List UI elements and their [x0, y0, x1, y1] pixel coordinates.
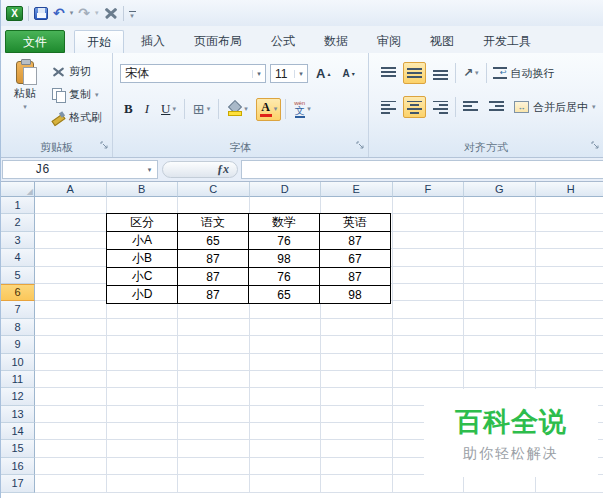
cell-D10[interactable]	[250, 354, 322, 371]
cell-C9[interactable]	[178, 336, 250, 353]
bold-button[interactable]: B	[120, 97, 137, 121]
cell-A11[interactable]	[35, 371, 107, 388]
column-header-B[interactable]: B	[107, 182, 179, 197]
column-header-F[interactable]: F	[393, 182, 465, 197]
cell-D1[interactable]	[250, 197, 322, 214]
table-cell[interactable]: 小A	[107, 232, 178, 250]
cell-D8[interactable]	[250, 319, 322, 336]
cell-G17[interactable]	[464, 475, 536, 492]
cell-B12[interactable]	[107, 388, 179, 405]
font-name-combo[interactable]: 宋体 ▾	[120, 64, 266, 83]
cell-E13[interactable]	[321, 406, 393, 423]
cell-A8[interactable]	[35, 319, 107, 336]
cell-H17[interactable]	[536, 475, 603, 492]
top-align-button[interactable]	[377, 62, 400, 84]
cell-E16[interactable]	[321, 458, 393, 475]
cell-D17[interactable]	[250, 475, 322, 492]
cell-C12[interactable]	[178, 388, 250, 405]
redo-dropdown-icon[interactable]: ▾	[95, 9, 99, 17]
tab-数据[interactable]: 数据	[312, 30, 360, 53]
decrease-indent-button[interactable]	[459, 96, 482, 118]
cell-C13[interactable]	[178, 406, 250, 423]
increase-indent-button[interactable]	[485, 96, 508, 118]
cell-D12[interactable]	[250, 388, 322, 405]
cell-A16[interactable]	[35, 458, 107, 475]
cell-H1[interactable]	[536, 197, 603, 214]
row-header-1[interactable]: 1	[1, 197, 35, 214]
cell-G5[interactable]	[464, 267, 536, 284]
undo-icon[interactable]: ↶	[53, 6, 65, 20]
table-cell[interactable]: 87	[178, 286, 249, 304]
cell-F17[interactable]	[393, 475, 465, 492]
table-cell[interactable]: 87	[178, 268, 249, 286]
merge-center-button[interactable]: ↔ 合并后居中 ▾	[511, 98, 599, 117]
column-header-A[interactable]: A	[35, 182, 107, 197]
borders-button[interactable]: ⊞ ▾	[189, 98, 214, 120]
font-name-dropdown-icon[interactable]: ▾	[252, 70, 265, 78]
row-header-9[interactable]: 9	[1, 336, 35, 353]
save-icon[interactable]	[34, 7, 48, 20]
fill-color-button[interactable]: ▾	[223, 98, 252, 120]
table-cell[interactable]: 小C	[107, 268, 178, 286]
table-cell[interactable]: 87	[320, 232, 391, 250]
copy-button[interactable]: 复制 ▾	[52, 85, 102, 104]
orientation-dropdown-icon[interactable]: ▾	[475, 69, 479, 77]
table-cell[interactable]: 98	[320, 286, 391, 304]
paste-dropdown-icon[interactable]: ▾	[23, 103, 27, 111]
fx-icon[interactable]: ƒx	[217, 162, 229, 177]
grow-font-button[interactable]: A▴	[312, 62, 334, 85]
cell-H7[interactable]	[536, 301, 603, 318]
excel-logo-icon[interactable]: X	[6, 6, 23, 21]
table-header-cell[interactable]: 英语	[320, 214, 391, 232]
select-all-corner[interactable]: ◢	[1, 182, 35, 197]
alignment-dialog-launcher-icon[interactable]	[591, 135, 599, 153]
cell-D15[interactable]	[250, 440, 322, 457]
row-header-3[interactable]: 3	[1, 232, 35, 249]
formula-input[interactable]	[241, 160, 603, 179]
cell-F11[interactable]	[393, 371, 465, 388]
font-color-button[interactable]: A ▾	[256, 98, 282, 121]
row-header-16[interactable]: 16	[1, 458, 35, 475]
font-size-dropdown-icon[interactable]: ▾	[294, 70, 307, 78]
column-header-G[interactable]: G	[464, 182, 536, 197]
format-painter-button[interactable]: 格式刷	[52, 108, 102, 127]
customize-tools-icon[interactable]	[104, 7, 118, 20]
cell-A1[interactable]	[35, 197, 107, 214]
cell-B13[interactable]	[107, 406, 179, 423]
cell-A15[interactable]	[35, 440, 107, 457]
cell-C11[interactable]	[178, 371, 250, 388]
row-header-6[interactable]: 6	[1, 284, 35, 301]
table-cell[interactable]: 76	[249, 232, 320, 250]
cell-A10[interactable]	[35, 354, 107, 371]
middle-align-button[interactable]	[403, 62, 426, 84]
wrap-text-button[interactable]: ↩ 自动换行	[490, 64, 558, 83]
align-left-button[interactable]	[377, 96, 400, 118]
cell-F9[interactable]	[393, 336, 465, 353]
cell-A3[interactable]	[35, 232, 107, 249]
center-button[interactable]	[403, 96, 426, 118]
cell-F3[interactable]	[393, 232, 465, 249]
tab-公式[interactable]: 公式	[259, 30, 307, 53]
cell-G2[interactable]	[464, 214, 536, 231]
undo-dropdown-icon[interactable]: ▾	[70, 9, 74, 17]
phonetic-guide-button[interactable]: wén 文 ▾	[290, 96, 315, 122]
table-header-cell[interactable]: 数学	[249, 214, 320, 232]
cell-B8[interactable]	[107, 319, 179, 336]
merge-center-dropdown-icon[interactable]: ▾	[592, 103, 596, 111]
cell-H10[interactable]	[536, 354, 603, 371]
cell-E17[interactable]	[321, 475, 393, 492]
cell-C1[interactable]	[178, 197, 250, 214]
underline-dropdown-icon[interactable]: ▾	[172, 105, 176, 113]
cell-A2[interactable]	[35, 214, 107, 231]
row-header-10[interactable]: 10	[1, 354, 35, 371]
cell-H3[interactable]	[536, 232, 603, 249]
cell-D14[interactable]	[250, 423, 322, 440]
redo-icon[interactable]: ↷	[78, 6, 90, 20]
borders-dropdown-icon[interactable]: ▾	[207, 105, 211, 113]
cell-A12[interactable]	[35, 388, 107, 405]
row-header-7[interactable]: 7	[1, 301, 35, 318]
column-header-C[interactable]: C	[178, 182, 250, 197]
cell-F4[interactable]	[393, 249, 465, 266]
row-header-11[interactable]: 11	[1, 371, 35, 388]
cell-D13[interactable]	[250, 406, 322, 423]
